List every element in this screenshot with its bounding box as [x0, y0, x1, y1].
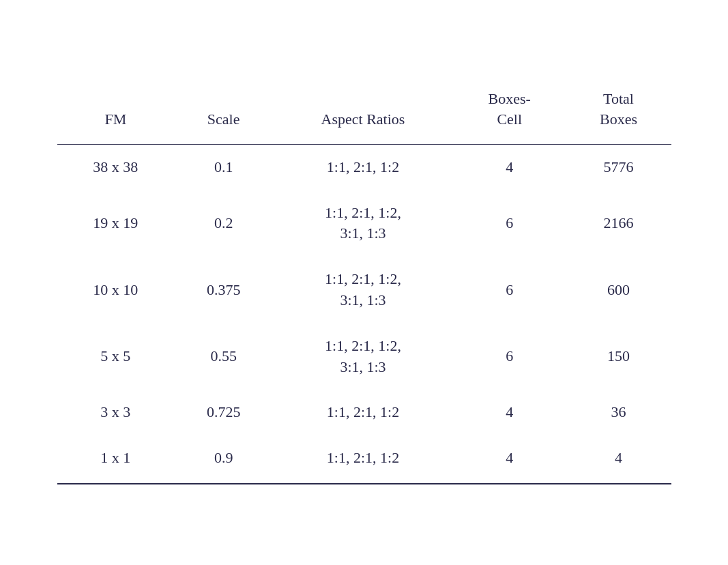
table-row: 1 x 1 0.9 1:1, 2:1, 1:2 4 4 — [57, 435, 671, 481]
col-header-fm: FM — [57, 81, 175, 141]
table-row: 5 x 5 0.55 1:1, 2:1, 1:2,3:1, 1:3 6 150 — [57, 323, 671, 390]
table-container: FM Scale Aspect Ratios Boxes-Cell TotalB… — [57, 81, 671, 484]
cell-total-boxes: 36 — [566, 390, 671, 435]
col-header-boxes-cell: Boxes-Cell — [453, 81, 566, 141]
cell-total-boxes: 150 — [566, 323, 671, 390]
cell-fm: 5 x 5 — [57, 323, 175, 390]
cell-scale: 0.375 — [174, 257, 273, 323]
cell-aspect-ratios: 1:1, 2:1, 1:2 — [273, 144, 453, 190]
cell-fm: 10 x 10 — [57, 257, 175, 323]
data-table: FM Scale Aspect Ratios Boxes-Cell TotalB… — [57, 81, 671, 484]
cell-total-boxes: 600 — [566, 257, 671, 323]
cell-fm: 3 x 3 — [57, 390, 175, 435]
cell-aspect-ratios: 1:1, 2:1, 1:2 — [273, 390, 453, 435]
cell-boxes-cell: 4 — [453, 435, 566, 481]
cell-aspect-ratios: 1:1, 2:1, 1:2,3:1, 1:3 — [273, 323, 453, 390]
cell-boxes-cell: 6 — [453, 257, 566, 323]
cell-aspect-ratios: 1:1, 2:1, 1:2,3:1, 1:3 — [273, 257, 453, 323]
table-row: 38 x 38 0.1 1:1, 2:1, 1:2 4 5776 — [57, 144, 671, 190]
table-row: 19 x 19 0.2 1:1, 2:1, 1:2,3:1, 1:3 6 216… — [57, 190, 671, 257]
cell-total-boxes: 5776 — [566, 144, 671, 190]
cell-total-boxes: 2166 — [566, 190, 671, 257]
cell-scale: 0.9 — [174, 435, 273, 481]
cell-aspect-ratios: 1:1, 2:1, 1:2 — [273, 435, 453, 481]
cell-boxes-cell: 6 — [453, 190, 566, 257]
col-header-aspect-ratios: Aspect Ratios — [273, 81, 453, 141]
cell-boxes-cell: 4 — [453, 390, 566, 435]
cell-aspect-ratios: 1:1, 2:1, 1:2,3:1, 1:3 — [273, 190, 453, 257]
cell-fm: 19 x 19 — [57, 190, 175, 257]
cell-fm: 38 x 38 — [57, 144, 175, 190]
cell-fm: 1 x 1 — [57, 435, 175, 481]
cell-boxes-cell: 6 — [453, 323, 566, 390]
cell-boxes-cell: 4 — [453, 144, 566, 190]
cell-scale: 0.2 — [174, 190, 273, 257]
table-row: 10 x 10 0.375 1:1, 2:1, 1:2,3:1, 1:3 6 6… — [57, 257, 671, 323]
table-bottom-border — [57, 481, 671, 484]
col-header-total-boxes: TotalBoxes — [566, 81, 671, 141]
table-row: 3 x 3 0.725 1:1, 2:1, 1:2 4 36 — [57, 390, 671, 435]
cell-scale: 0.1 — [174, 144, 273, 190]
cell-scale: 0.55 — [174, 323, 273, 390]
cell-scale: 0.725 — [174, 390, 273, 435]
cell-total-boxes: 4 — [566, 435, 671, 481]
col-header-scale: Scale — [174, 81, 273, 141]
